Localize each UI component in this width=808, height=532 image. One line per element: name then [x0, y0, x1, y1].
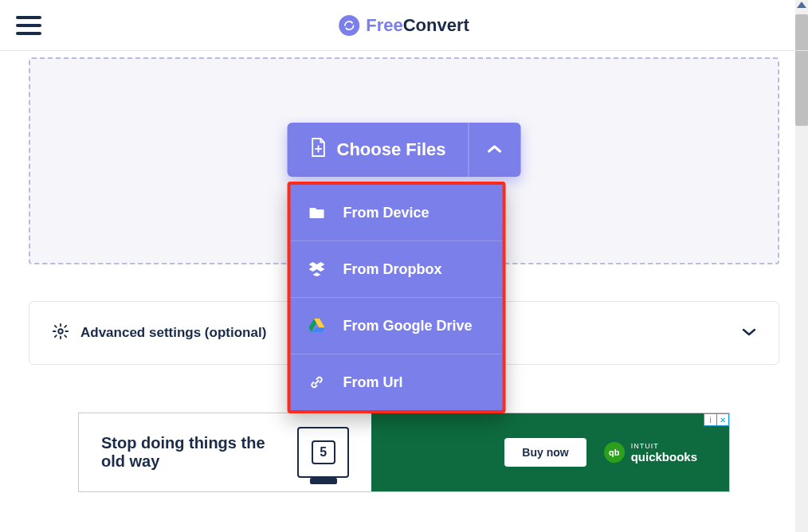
svg-point-0 — [58, 329, 63, 334]
choose-files-button[interactable]: Choose Files — [288, 123, 469, 177]
ad-computer-illustration: 5 — [297, 427, 349, 478]
ad-headline: Stop doing things the old way — [101, 434, 288, 471]
page-header: FreeConvert — [0, 0, 808, 51]
advertisement-banner[interactable]: i ✕ Stop doing things the old way 5 Buy … — [78, 413, 730, 492]
ad-brand-name: quickbooks — [631, 450, 697, 464]
choose-files-label: Choose Files — [337, 139, 446, 160]
from-dropbox-option[interactable]: From Dropbox — [291, 241, 503, 298]
file-add-icon — [310, 137, 328, 162]
dropbox-icon — [308, 260, 326, 278]
logo-text: FreeConvert — [366, 15, 469, 36]
file-source-dropdown: From Device From Dropbox From Google Dri… — [288, 182, 506, 413]
chevron-down-icon — [742, 326, 756, 340]
folder-icon — [308, 204, 326, 221]
ad-brand: qb INTUIT quickbooks — [604, 442, 697, 464]
from-google-drive-option[interactable]: From Google Drive — [291, 298, 503, 354]
quickbooks-logo-icon: qb — [604, 442, 625, 463]
ad-cta-button[interactable]: Buy now — [504, 438, 586, 467]
option-label: From Dropbox — [343, 261, 442, 278]
ad-info-icon[interactable]: i — [704, 413, 716, 426]
google-drive-icon — [308, 317, 326, 334]
ad-close-icon[interactable]: ✕ — [716, 413, 729, 426]
link-icon — [308, 374, 326, 391]
choose-files-button-group: Choose Files — [288, 123, 521, 177]
logo[interactable]: FreeConvert — [339, 15, 469, 36]
ad-brand-top: INTUIT — [631, 442, 697, 450]
gear-icon — [52, 323, 69, 343]
chevron-up-icon — [488, 143, 502, 157]
advanced-settings-label: Advanced settings (optional) — [80, 325, 266, 341]
option-label: From Google Drive — [343, 318, 473, 334]
from-url-option[interactable]: From Url — [291, 354, 503, 410]
option-label: From Url — [343, 374, 403, 391]
from-device-option[interactable]: From Device — [291, 185, 503, 241]
choose-files-dropdown-toggle[interactable] — [468, 123, 520, 177]
option-label: From Device — [343, 205, 429, 221]
menu-button[interactable] — [16, 16, 41, 35]
ad-number: 5 — [312, 440, 335, 464]
logo-icon — [339, 15, 359, 36]
